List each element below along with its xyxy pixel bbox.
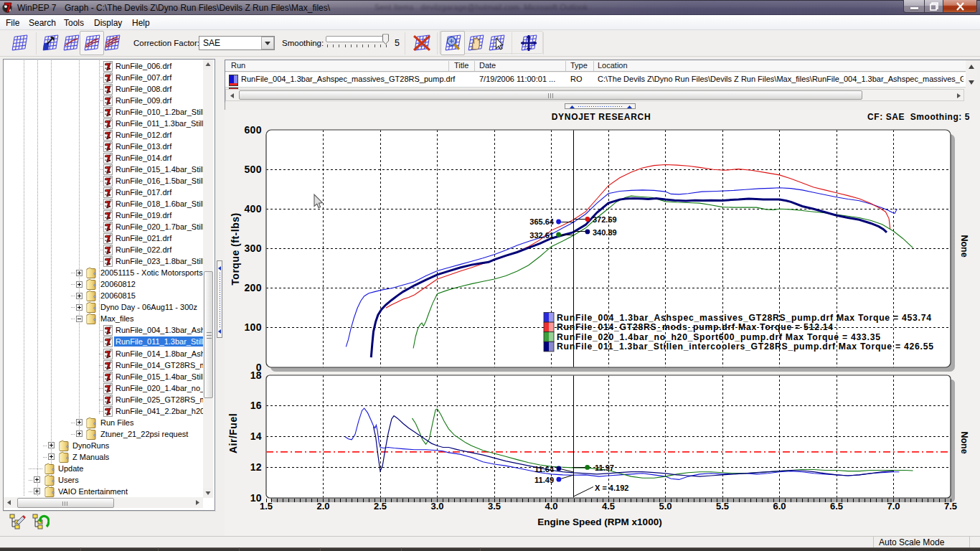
svg-text:None: None	[959, 431, 969, 453]
svg-text:Torque (ft-lbs): Torque (ft-lbs)	[230, 212, 241, 285]
svg-text:500: 500	[244, 164, 262, 175]
svg-text:Engine Speed (RPM x1000): Engine Speed (RPM x1000)	[537, 517, 661, 527]
svg-text:6.5: 6.5	[830, 501, 843, 512]
svg-text:Air/Fuel: Air/Fuel	[227, 413, 239, 453]
svg-text:5.0: 5.0	[659, 501, 672, 512]
svg-text:X = 4.192: X = 4.192	[595, 484, 628, 492]
svg-text:DYNOJET RESEARCH: DYNOJET RESEARCH	[552, 112, 651, 122]
svg-text:RunFile_004_1.3bar_Ashspec_mas: RunFile_004_1.3bar_Ashspec_massives_GT28…	[557, 313, 932, 323]
svg-text:2.5: 2.5	[374, 501, 387, 512]
svg-text:365.64: 365.64	[529, 217, 555, 226]
svg-text:5.5: 5.5	[716, 501, 729, 512]
svg-text:CF: SAE Smoothing: 5: CF: SAE Smoothing: 5	[867, 112, 970, 122]
svg-text:11.49: 11.49	[534, 476, 554, 484]
svg-text:RunFile_014_GT28RS_mods_pump.d: RunFile_014_GT28RS_mods_pump.drf Max Tor…	[557, 322, 834, 332]
svg-text:7.0: 7.0	[887, 501, 900, 512]
svg-text:340.89: 340.89	[593, 228, 617, 237]
svg-text:3.0: 3.0	[430, 501, 443, 512]
svg-text:3.5: 3.5	[488, 501, 501, 512]
svg-text:100: 100	[244, 321, 262, 333]
svg-text:2.0: 2.0	[316, 501, 329, 512]
svg-text:600: 600	[244, 124, 262, 136]
svg-text:18: 18	[250, 369, 262, 381]
svg-text:4.0: 4.0	[545, 501, 557, 512]
svg-text:6.0: 6.0	[773, 501, 786, 512]
svg-text:4.5: 4.5	[602, 501, 615, 512]
svg-text:RunFile_011_1.3bar_Stillen_int: RunFile_011_1.3bar_Stillen_intercoolers_…	[557, 342, 934, 352]
svg-text:None: None	[959, 235, 969, 257]
svg-text:12: 12	[250, 461, 262, 473]
svg-text:332.61: 332.61	[529, 231, 554, 240]
svg-text:RunFile_020_1.4bar_no_h20_Spor: RunFile_020_1.4bar_no_h20_Sport600_pump.…	[557, 332, 881, 342]
svg-text:372.69: 372.69	[593, 215, 617, 224]
svg-text:400: 400	[244, 203, 262, 215]
svg-text:16: 16	[250, 400, 262, 411]
svg-text:300: 300	[244, 242, 262, 254]
svg-text:200: 200	[244, 282, 262, 293]
svg-text:1.5: 1.5	[260, 501, 273, 512]
svg-text:11.64: 11.64	[534, 465, 555, 474]
svg-text:7.5: 7.5	[944, 501, 957, 512]
svg-text:14: 14	[250, 430, 262, 442]
svg-text:11.97: 11.97	[595, 463, 614, 472]
